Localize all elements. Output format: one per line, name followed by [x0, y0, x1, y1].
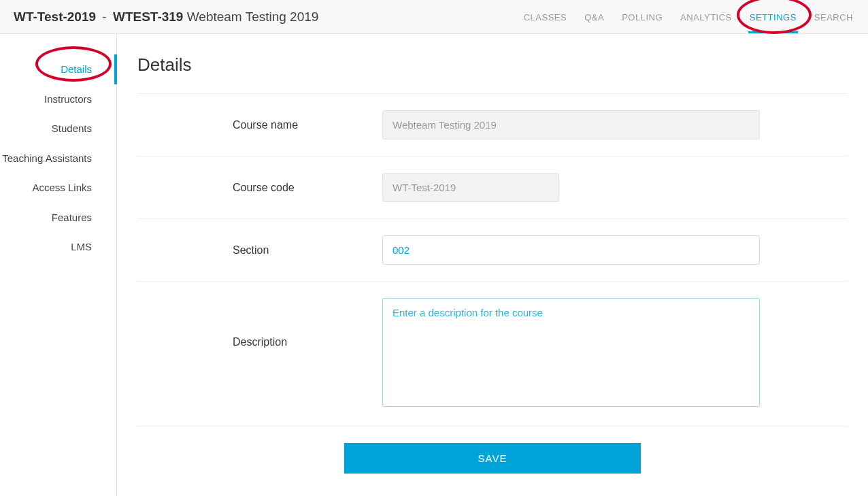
topnav-settings[interactable]: SETTINGS	[748, 1, 798, 32]
sidebar-item-instructors[interactable]: Instructors	[0, 84, 116, 114]
label-description: Description	[137, 298, 382, 348]
breadcrumb-course-name: Webteam Testing 2019	[187, 10, 319, 24]
page-title: Details	[137, 54, 848, 76]
form-actions: SAVE	[137, 426, 848, 474]
label-course-name: Course name	[137, 119, 382, 131]
topnav-analytics[interactable]: ANALYTICS	[679, 1, 733, 32]
sidebar-item-teaching-assistants[interactable]: Teaching Assistants	[0, 144, 116, 173]
row-course-name: Course name	[137, 93, 848, 156]
row-course-code: Course code	[137, 156, 848, 218]
content: Details Course name Course code Section …	[117, 34, 868, 496]
label-course-code: Course code	[137, 182, 382, 194]
topnav-classes[interactable]: CLASSES	[522, 1, 568, 32]
topnav-search[interactable]: SEARCH	[813, 1, 854, 32]
label-section: Section	[137, 244, 382, 257]
course-code-input	[382, 173, 559, 202]
description-textarea[interactable]	[382, 298, 760, 407]
topbar: WT-Test-2019 - WTEST-319 Webteam Testing…	[0, 0, 868, 34]
sidebar-item-lms[interactable]: LMS	[0, 232, 116, 262]
breadcrumb-separator: -	[102, 10, 106, 24]
sidebar-item-students[interactable]: Students	[0, 114, 116, 144]
topnav-qa[interactable]: Q&A	[583, 1, 605, 32]
topnav: CLASSES Q&A POLLING ANALYTICS SETTINGS S…	[522, 1, 854, 32]
row-description: Description	[137, 281, 848, 426]
breadcrumb: WT-Test-2019 - WTEST-319 Webteam Testing…	[14, 10, 318, 24]
breadcrumb-course-code: WT-Test-2019	[14, 10, 96, 24]
sidebar-item-access-links[interactable]: Access Links	[0, 173, 116, 203]
sidebar-item-features[interactable]: Features	[0, 203, 116, 233]
section-input[interactable]	[382, 235, 760, 265]
sidebar-item-details[interactable]: Details	[0, 54, 116, 84]
breadcrumb-section-id: WTEST-319	[113, 10, 183, 24]
course-name-input	[382, 110, 760, 139]
row-section: Section	[137, 218, 848, 281]
topnav-polling[interactable]: POLLING	[620, 1, 664, 32]
sidebar: Details Instructors Students Teaching As…	[0, 34, 117, 496]
save-button[interactable]: SAVE	[344, 443, 641, 474]
